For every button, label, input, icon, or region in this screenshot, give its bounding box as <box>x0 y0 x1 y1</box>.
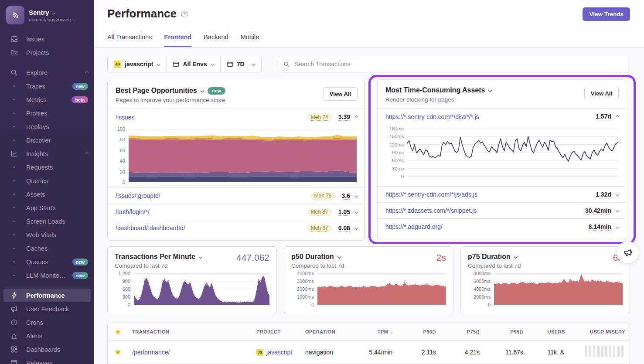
asset-link[interactable]: https://*.sentry-cdn.com/*/js/ads.js <box>385 191 596 198</box>
sidebar-item-issues[interactable]: Issues <box>0 32 94 46</box>
sidebar-item-queries[interactable]: Queries <box>0 174 94 187</box>
sidebar-item-crons[interactable]: Crons <box>0 316 94 329</box>
asset-time-value: 30.42min <box>585 207 611 214</box>
chevron-up-icon[interactable] <box>616 115 619 118</box>
chevron-up-icon[interactable] <box>354 115 358 119</box>
chevron-down-icon[interactable] <box>354 210 358 214</box>
col-transaction[interactable]: TRANSACTION <box>128 329 252 334</box>
bullet-icon <box>10 207 18 208</box>
collapse-chevron-icon[interactable] <box>85 71 89 74</box>
sidebar-item-explore[interactable]: Explore <box>0 66 94 79</box>
card-title[interactable]: Transactions Per Minute <box>115 253 195 261</box>
sidebar-item-alerts[interactable]: Alerts <box>0 329 94 343</box>
y-axis-ticks: 1,2009006003000 <box>115 273 134 305</box>
col-project[interactable]: PROJECT <box>252 329 301 334</box>
transaction-link[interactable]: /performance/ <box>132 349 170 356</box>
panel-title[interactable]: Most Time-Consuming Assets <box>385 86 485 94</box>
tab-backend[interactable]: Backend <box>204 34 228 47</box>
tab-frontend[interactable]: Frontend <box>164 34 191 47</box>
sidebar-item-app-starts[interactable]: App Starts <box>0 201 94 214</box>
transaction-link[interactable]: /issues <box>116 114 307 121</box>
transaction-link[interactable]: /issues/:groupId/ <box>116 192 310 199</box>
col-p50[interactable]: P50() <box>397 329 440 334</box>
chevron-down-icon[interactable] <box>337 255 341 259</box>
sidebar-item-user-feedback[interactable]: User Feedback <box>0 302 94 316</box>
projects-icon <box>10 48 18 57</box>
col-user-misery[interactable]: USER MISERY <box>569 329 630 334</box>
sidebar-item-projects[interactable]: Projects <box>0 46 94 59</box>
sidebar-item-caches[interactable]: Caches <box>0 242 94 255</box>
feedback-button[interactable] <box>617 241 639 264</box>
table-row: /performance/ JS javascript navigation 5… <box>108 341 630 364</box>
sidebar-item-profiles[interactable]: Profiles <box>0 106 94 120</box>
new-badge: new <box>72 272 88 279</box>
sidebar-item-insights[interactable]: Insights <box>0 147 94 160</box>
col-users[interactable]: USERS <box>528 329 569 334</box>
view-all-button[interactable]: View All <box>323 87 358 101</box>
bullet-icon <box>10 85 18 87</box>
content-area: JS javascript All Envs 7D <box>94 48 644 364</box>
bullet-icon <box>10 112 18 114</box>
beta-badge: beta <box>72 96 88 103</box>
project-link[interactable]: javascript <box>266 349 292 356</box>
score-badge: Meh 76 <box>310 192 336 200</box>
page-row: /issues/:groupId/ Meh 76 3.6 <box>108 187 365 204</box>
collapse-chevron-icon[interactable] <box>85 152 89 155</box>
opportunity-value: 3.6 <box>342 192 350 200</box>
chevron-down-icon[interactable] <box>514 255 518 259</box>
tab-all-transactions[interactable]: All Transactions <box>107 34 152 47</box>
panel-title[interactable]: Best Page Opportunities <box>116 87 197 95</box>
view-all-button[interactable]: View All <box>584 87 619 100</box>
help-icon[interactable]: ? <box>181 10 188 17</box>
transaction-link[interactable]: /dashboard/:dashboardId/ <box>116 225 307 231</box>
chevron-down-icon[interactable] <box>354 226 358 230</box>
project-filter[interactable]: JS javascript <box>108 56 166 72</box>
sidebar-item-screen-loads[interactable]: Screen Loads <box>0 214 94 228</box>
user-icon <box>559 349 565 355</box>
date-range-filter[interactable]: 7D <box>220 56 261 72</box>
search-input[interactable] <box>294 60 630 68</box>
y-axis-ticks: 100806040200 <box>111 129 129 182</box>
bullet-icon <box>10 99 18 100</box>
sidebar-item-releases[interactable]: Releases <box>0 356 94 364</box>
sidebar-item-llm-monitoring[interactable]: LLM Monito… new <box>0 269 94 282</box>
tab-mobile[interactable]: Mobile <box>241 34 259 47</box>
view-trends-button[interactable]: View Trends <box>583 7 630 21</box>
col-tpm-sorted[interactable]: TPM ↓ <box>352 329 397 334</box>
sidebar-item-replays[interactable]: Replays <box>0 120 94 133</box>
environment-filter[interactable]: All Envs <box>166 56 220 72</box>
sidebar-item-metrics[interactable]: Metrics beta <box>0 93 94 106</box>
sidebar-item-web-vitals[interactable]: Web Vitals <box>0 228 94 242</box>
sidebar-item-discover[interactable]: Discover <box>0 133 94 147</box>
sidebar-item-performance[interactable]: Performance <box>3 289 91 302</box>
chevron-down-icon[interactable] <box>354 194 358 197</box>
chevron-down-icon[interactable] <box>616 225 619 228</box>
favorite-star-icon[interactable] <box>108 348 128 356</box>
bullet-icon <box>10 248 18 249</box>
card-title[interactable]: p75 Duration <box>468 253 511 261</box>
asset-link[interactable]: https://*.adguard.org/ <box>385 223 589 230</box>
col-p75[interactable]: P75() <box>440 329 484 334</box>
sidebar-item-dashboards[interactable]: Dashboards <box>0 343 94 356</box>
chevron-down-icon[interactable] <box>488 88 492 92</box>
asset-link[interactable]: https://*.zdassets.com/*/snippet.js <box>385 207 585 214</box>
javascript-platform-icon: JS <box>256 349 263 356</box>
sidebar-item-requests[interactable]: Requests <box>0 160 94 174</box>
chevron-down-icon[interactable] <box>616 209 619 212</box>
sidebar-item-traces[interactable]: Traces new <box>0 79 94 93</box>
col-operation[interactable]: OPERATION <box>301 329 352 334</box>
sidebar-item-assets[interactable]: Assets <box>0 187 94 201</box>
p50-area-chart: 4000ms3000ms2000ms1000ms0 <box>291 273 446 305</box>
star-icon[interactable] <box>108 329 128 335</box>
asset-link[interactable]: https://*.sentry-cdn.com/*/dist/*/*.js <box>385 113 596 120</box>
p75-area-chart: 8000ms6000ms4000ms2000ms0 <box>468 273 623 305</box>
card-title[interactable]: p50 Duration <box>291 253 334 261</box>
chevron-down-icon[interactable] <box>200 89 204 92</box>
transaction-link[interactable]: /auth/login/*/ <box>116 208 307 215</box>
sidebar-item-queues[interactable]: Queues new <box>0 255 94 269</box>
org-switcher[interactable]: Sentry dominik.buszowiec… <box>0 0 94 29</box>
chevron-down-icon[interactable] <box>199 255 202 259</box>
col-p95[interactable]: P95() <box>484 329 528 334</box>
chevron-down-icon[interactable] <box>616 193 619 196</box>
asset-row-expanded: https://*.sentry-cdn.com/*/dist/*/*.js 1… <box>378 109 626 125</box>
